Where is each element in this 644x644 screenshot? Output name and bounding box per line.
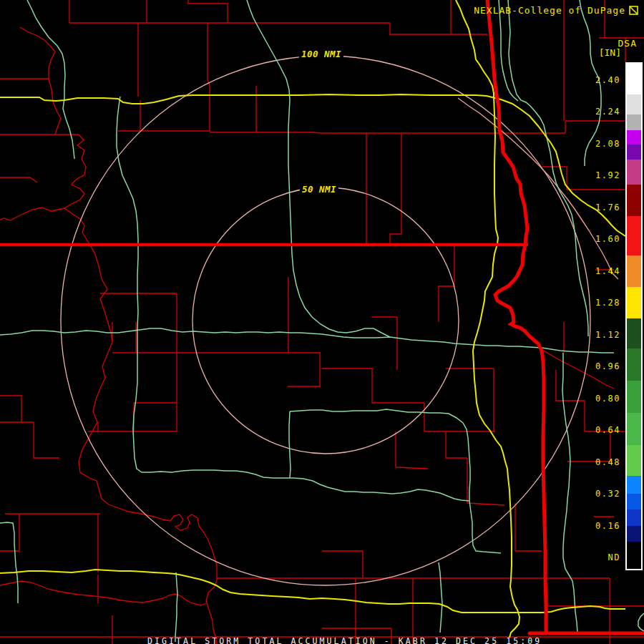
colorbar-segment — [627, 381, 641, 413]
colorbar-segment — [627, 509, 641, 526]
colorbar-segment — [627, 287, 641, 318]
colorbar-tick-label: 0.32 — [589, 489, 620, 499]
state-border-yellow — [0, 94, 625, 236]
radar-screenshot: 100 NMI 50 NMI 2.402.242.081.921.761.601… — [0, 0, 644, 644]
colorbar-segment — [627, 476, 641, 494]
cod-logo-icon — [629, 4, 638, 18]
colorbar-segments — [627, 64, 641, 569]
colorbar-segment — [627, 130, 641, 145]
colorbar-tick-label: 1.92 — [589, 170, 620, 180]
colorbar-tick-label: 1.76 — [589, 203, 620, 213]
colorbar-segment — [627, 160, 641, 185]
colorbar-segment — [627, 114, 641, 130]
colorbar-tick-label: 1.60 — [589, 234, 620, 244]
colorbar-tick-label: 0.64 — [589, 425, 620, 435]
colorbar-tick-label: 2.24 — [589, 107, 620, 117]
colorbar-tick-label: 0.96 — [589, 361, 620, 371]
radar-map — [0, 0, 644, 644]
county-lines — [0, 0, 644, 644]
colorbar-segment — [627, 413, 641, 445]
range-ring-50-label: 50 NMI — [300, 184, 338, 195]
colorbar-segment — [627, 542, 641, 569]
colorbar-tick-label: 0.16 — [589, 521, 620, 531]
colorbar-segment — [627, 494, 641, 509]
colorbar-segment — [627, 216, 641, 255]
colorbar-tick-label: 0.48 — [589, 457, 620, 467]
colorbar-tick-label: 0.80 — [589, 394, 620, 404]
range-ring-100-label: 100 NMI — [299, 49, 343, 59]
colorbar-tick-label: 1.44 — [589, 266, 620, 276]
product-units-label: [IN] — [599, 47, 621, 58]
colorbar-segment — [627, 348, 641, 381]
colorbar-segment — [627, 94, 641, 114]
range-ring-50nmi — [192, 187, 459, 454]
colorbar-segment — [627, 145, 641, 160]
colorbar-tick-label: ND — [589, 552, 620, 562]
colorbar-tick-label: 1.12 — [589, 330, 620, 340]
page-title: NEXLAB-College of DuPage — [474, 5, 625, 16]
colorbar-tick-label: 2.08 — [589, 139, 620, 149]
colorbar-segment — [627, 185, 641, 216]
river-lines — [0, 0, 644, 642]
colorbar-tick-label: 1.28 — [589, 298, 620, 308]
colorbar-segment — [627, 318, 641, 348]
caption-text: DIGITAL STORM TOTAL ACCUMULATION - KABR … — [147, 636, 542, 644]
colorbar-segment — [627, 64, 641, 94]
highway-yellow — [0, 0, 625, 638]
colorbar — [625, 62, 643, 570]
colorbar-segment — [627, 255, 641, 287]
colorbar-segment — [627, 445, 641, 476]
colorbar-tick-label: 2.40 — [589, 75, 620, 85]
colorbar-segment — [627, 526, 641, 542]
